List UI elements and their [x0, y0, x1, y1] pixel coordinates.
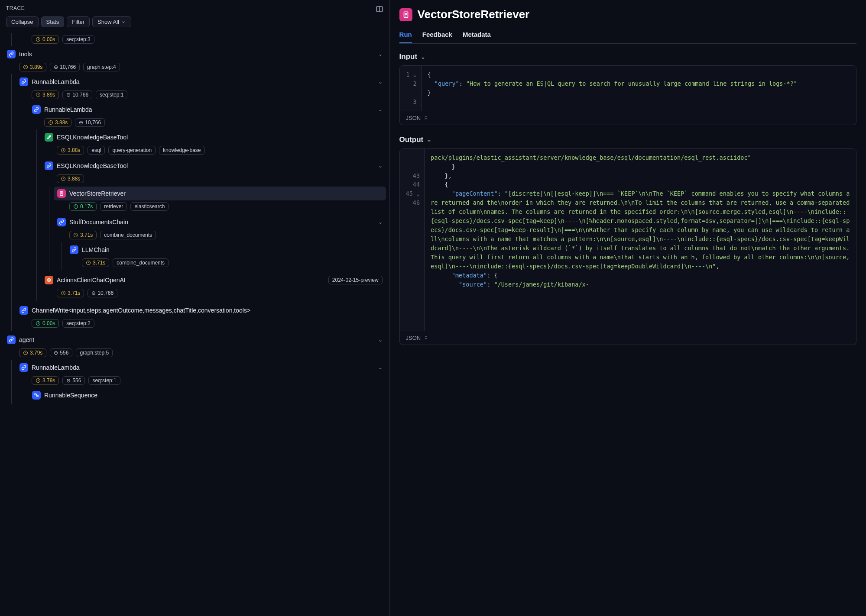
svg-point-15 — [47, 278, 51, 282]
node-label: StuffDocumentsChain — [69, 219, 375, 226]
tree-node-agent[interactable]: agent ⌄ — [3, 333, 386, 347]
tag-pill: query-generation — [108, 146, 156, 155]
version-pill: 2024-02-15-preview — [328, 276, 383, 284]
json-label: JSON — [406, 115, 421, 121]
input-code[interactable]: { "query": "How to generate an ES|QL que… — [422, 66, 856, 111]
node-label: ESQLKnowledgeBaseTool — [57, 162, 375, 169]
tool-icon — [45, 133, 53, 142]
tag-pill: combine_documents — [113, 258, 169, 267]
showall-label: Show All — [97, 19, 119, 25]
node-label: LLMChain — [82, 246, 383, 253]
chevron-down-icon: ⌄ — [427, 136, 431, 143]
time-pill: 3.71s — [69, 231, 97, 239]
svg-point-16 — [49, 280, 50, 281]
node-label: RunnableSequence — [44, 392, 383, 399]
chevron-down-icon: ⌄ — [378, 219, 383, 225]
output-format-selector[interactable]: JSON — [400, 331, 856, 345]
filter-button[interactable]: Filter — [67, 16, 90, 27]
tab-metadata[interactable]: Metadata — [463, 27, 491, 43]
node-label: ChannelWrite<input,steps,agentOutcome,me… — [32, 307, 383, 314]
tree-node-runnablelambda[interactable]: RunnableLambda ⌄ — [29, 103, 386, 116]
tag-pill: graph:step:5 — [76, 348, 113, 357]
output-code[interactable]: pack/plugins/elastic_assistant/server/kn… — [425, 149, 856, 331]
llm-icon — [45, 276, 53, 284]
trace-tree[interactable]: 0.00s seq:step:3 tools ⌄ 3.89s ⊖ 10,766 … — [0, 32, 389, 616]
retriever-icon — [57, 189, 66, 198]
tag-pill: elasticsearch — [130, 202, 169, 211]
input-code-box: 1 ⌄2 3 { "query": "How to generate an ES… — [399, 65, 856, 125]
tree-node-openai[interactable]: ActionsClientChatOpenAI 2024-02-15-previ… — [41, 273, 386, 287]
tree-node-runnablelambda[interactable]: RunnableLambda ⌄ — [16, 361, 386, 374]
retriever-icon — [399, 8, 412, 21]
sequence-icon — [32, 391, 41, 400]
time-pill: 3.71s — [82, 258, 109, 267]
tree-node-runnablesequence[interactable]: RunnableSequence — [29, 388, 386, 402]
node-label: ActionsClientChatOpenAI — [57, 277, 325, 284]
tag-pill: seq:step:2 — [62, 319, 94, 328]
time-pill: 3.79s — [19, 348, 46, 357]
chain-icon — [7, 335, 16, 344]
input-label: Input — [399, 52, 418, 61]
tokens-pill: ⊖ 10,766 — [88, 289, 117, 297]
node-label: RunnableLambda — [32, 364, 375, 371]
tree-node-stuffdocs[interactable]: StuffDocumentsChain ⌄ — [54, 215, 386, 229]
trace-panel: TRACE Collapse Stats Filter Show All 0.0… — [0, 0, 390, 616]
tag-pill: combine_documents — [100, 231, 156, 239]
time-pill: 3.89s — [19, 63, 46, 71]
time-pill: 3.89s — [32, 90, 59, 99]
chevron-down-icon: ⌄ — [378, 79, 383, 85]
tree-node-channelwrite[interactable]: ChannelWrite<input,steps,agentOutcome,me… — [16, 303, 386, 317]
time-pill: 3.88s — [44, 118, 71, 127]
tree-node-vectorstoreretriever[interactable]: VectorStoreRetriever — [54, 187, 386, 200]
node-label: RunnableLambda — [44, 106, 375, 113]
tokens-pill: ⊖ 10,766 — [62, 90, 92, 99]
page-title: VectorStoreRetriever — [418, 8, 530, 21]
tabs: Run Feedback Metadata — [399, 27, 856, 44]
chevron-down-icon: ⌄ — [378, 364, 383, 371]
tag-pill: seq:step:1 — [88, 376, 120, 385]
stats-button[interactable]: Stats — [41, 16, 65, 27]
chevron-down-icon: ⌄ — [378, 51, 383, 57]
svg-rect-21 — [35, 394, 36, 395]
node-label: tools — [19, 51, 375, 58]
time-pill: 3.88s — [57, 146, 84, 155]
time-pill: 0.00s — [32, 35, 59, 44]
tree-node-esqltool[interactable]: ESQLKnowledgeBaseTool — [41, 130, 386, 144]
json-label: JSON — [406, 335, 421, 341]
node-label: VectorStoreRetriever — [69, 190, 383, 197]
chevron-down-icon: ⌄ — [378, 337, 383, 343]
collapse-button[interactable]: Collapse — [6, 16, 39, 27]
input-format-selector[interactable]: JSON — [400, 111, 856, 125]
chain-icon — [32, 105, 41, 114]
tokens-pill: ⊖ 10,766 — [75, 118, 105, 127]
chain-icon — [19, 77, 28, 86]
output-section-toggle[interactable]: Output ⌄ — [399, 135, 856, 144]
showall-button[interactable]: Show All — [92, 16, 131, 27]
tokens-pill: ⊖ 556 — [50, 348, 72, 357]
tag-pill: graph:step:4 — [83, 63, 120, 71]
node-label: agent — [19, 336, 375, 343]
chain-icon — [70, 245, 78, 254]
chain-icon — [19, 363, 28, 372]
svg-point-6 — [49, 135, 51, 137]
chevron-down-icon: ⌄ — [378, 106, 383, 113]
expand-icon — [423, 115, 428, 120]
tree-node-llmchain[interactable]: LLMChain — [66, 243, 386, 257]
split-panel-icon[interactable] — [376, 5, 383, 13]
tag-pill: seq:step:1 — [96, 90, 127, 99]
input-section-toggle[interactable]: Input ⌄ — [399, 52, 856, 61]
chain-icon — [7, 50, 16, 58]
trace-title: TRACE — [6, 5, 25, 11]
gutter: 1 ⌄2 3 — [400, 66, 422, 111]
tree-node-runnablelambda[interactable]: RunnableLambda ⌄ — [16, 75, 386, 89]
tree-node-tools[interactable]: tools ⌄ — [3, 47, 386, 61]
chain-icon — [45, 161, 53, 170]
node-label: ESQLKnowledgeBaseTool — [57, 134, 383, 141]
time-pill: 3.71s — [57, 289, 84, 297]
tag-pill: esql — [88, 146, 105, 155]
tree-node-esqltool[interactable]: ESQLKnowledgeBaseTool ⌄ — [41, 159, 386, 173]
tokens-pill: ⊖ 556 — [62, 376, 85, 385]
chain-icon — [57, 218, 66, 226]
tab-feedback[interactable]: Feedback — [422, 27, 452, 43]
tab-run[interactable]: Run — [399, 27, 412, 43]
